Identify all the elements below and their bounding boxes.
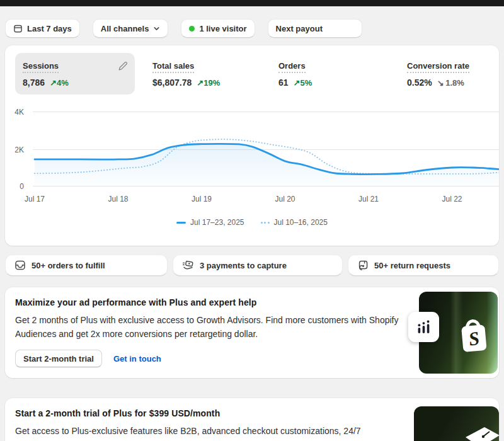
metric-total-sales[interactable]: Total sales $6,807.78 ↗19% [145, 53, 261, 94]
metric-orders[interactable]: Orders 61 ↗5% [271, 53, 389, 94]
edit-pencil-icon[interactable] [117, 60, 129, 72]
metric-label: Total sales [152, 61, 194, 73]
plus-trial-image [414, 406, 499, 441]
legend-label: Jul 10–16, 2025 [274, 218, 328, 227]
y-tick: 4K [14, 108, 24, 117]
get-in-touch-link[interactable]: Get in touch [113, 354, 161, 364]
plus-trial-pricing-card: Start a 2-month trial of Plus for $399 U… [5, 398, 499, 441]
insights-tile [408, 312, 439, 342]
chevron-down-icon [153, 25, 160, 32]
actions-row: 50+ orders to fulfill 3 payments to capt… [5, 255, 499, 276]
x-tick: Jul 22 [442, 195, 462, 203]
metric-value: 61 [278, 77, 289, 88]
metric-value: 0.52% [407, 77, 432, 88]
metric-change: ↘ 1.8% [437, 78, 464, 88]
metric-change: ↗19% [197, 78, 220, 88]
metric-conversion-rate[interactable]: Conversion rate 0.52% ↘ 1.8% [399, 53, 489, 94]
x-tick: Jul 21 [358, 195, 379, 203]
metric-label: Conversion rate [407, 61, 469, 73]
payments-to-capture-button[interactable]: 3 payments to capture [173, 255, 343, 276]
next-payout-button[interactable]: Next payout [268, 19, 362, 38]
x-tick: Jul 20 [275, 195, 295, 203]
legend-current-period: Jul 17–23, 2025 [176, 218, 244, 227]
metric-label: Orders [278, 61, 306, 73]
returns-icon [357, 260, 369, 271]
sessions-line-chart[interactable]: 4K 2K 0 Jul 17 Jul 18 Jul 19 Jul 20 Jul … [5, 106, 499, 207]
metric-label: Sessions [23, 61, 59, 73]
return-requests-button[interactable]: 50+ return requests [348, 255, 499, 276]
promo-body: Get 2 months of Plus with exclusive acce… [15, 313, 418, 341]
x-tick: Jul 19 [192, 195, 212, 203]
action-label: 50+ orders to fulfill [32, 261, 105, 270]
current-period-area [35, 144, 499, 186]
metric-change: ↗4% [50, 78, 69, 88]
orders-to-fulfill-button[interactable]: 50+ orders to fulfill [5, 255, 168, 276]
start-trial-button[interactable]: Start 2-month trial [15, 350, 102, 367]
shopify-bag-logo-icon: S [457, 314, 491, 356]
live-visitors-button[interactable]: 1 live visitor [181, 19, 255, 38]
y-tick: 2K [14, 146, 24, 154]
promo-title: Maximize your ad performance with Plus a… [15, 297, 489, 307]
header-filter-row: Last 7 days All channels 1 live visitor … [5, 19, 499, 38]
orders-icon [14, 260, 26, 271]
metric-value: 8,786 [23, 77, 45, 88]
plus-ad-performance-card: Maximize your ad performance with Plus a… [5, 287, 499, 378]
channels-label: All channels [101, 24, 149, 33]
payments-icon [182, 260, 194, 271]
x-tick: Jul 18 [108, 195, 128, 203]
action-label: 50+ return requests [374, 261, 450, 270]
chart-legend: Jul 17–23, 2025 Jul 10–16, 2025 [5, 218, 499, 227]
legend-label: Jul 17–23, 2025 [190, 218, 244, 227]
top-nav-bar [0, 0, 504, 6]
calendar-icon [13, 24, 23, 33]
bar-chart-icon [415, 319, 432, 336]
date-range-button[interactable]: Last 7 days [5, 19, 80, 38]
live-visitors-label: 1 live visitor [199, 24, 246, 33]
date-range-label: Last 7 days [27, 24, 72, 33]
dotted-line-marker-icon [261, 222, 270, 224]
metrics-row: Sessions 8,786 ↗4% Total sales $6,807.78… [5, 45, 499, 94]
x-tick: Jul 17 [25, 195, 45, 203]
promo-body: Get access to Plus-exclusive features li… [15, 424, 418, 438]
y-tick: 0 [20, 182, 24, 191]
metric-sessions[interactable]: Sessions 8,786 ↗4% [15, 53, 135, 94]
metric-value: $6,807.78 [152, 77, 192, 88]
metric-change: ↗5% [294, 78, 312, 88]
channels-button[interactable]: All channels [93, 19, 169, 38]
legend-previous-period: Jul 10–16, 2025 [261, 218, 328, 227]
live-visitor-dot-icon [189, 26, 195, 32]
analytics-card: Sessions 8,786 ↗4% Total sales $6,807.78… [5, 45, 499, 246]
action-label: 3 payments to capture [200, 261, 287, 270]
envelope-icon [464, 427, 499, 441]
next-payout-label: Next payout [276, 24, 323, 33]
solid-line-marker-icon [176, 222, 186, 224]
